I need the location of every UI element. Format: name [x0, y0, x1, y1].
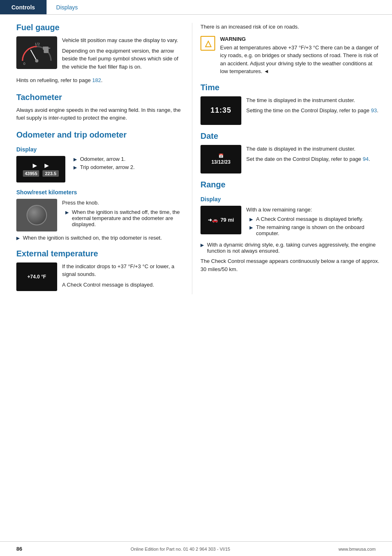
range-display-value: 79 mi	[220, 217, 234, 223]
footer: 86 Online Edition for Part no. 01 40 2 9…	[0, 541, 392, 556]
date-content: 📅 13/12/23 The date is displayed in the …	[200, 145, 380, 173]
odometer-display-content: ▶ ▶ 43955 223.5 ▶ Odometer, arrow 1. ▶	[16, 156, 184, 182]
odometer-display-subheading: Display	[16, 146, 184, 153]
page-number: 86	[16, 546, 22, 552]
date-page-ref[interactable]: 94	[363, 156, 368, 162]
svg-text:0: 0	[23, 62, 25, 66]
showreset-bullet3: ▶ When the ignition is switched off, the…	[62, 209, 184, 227]
date-icon: 📅	[218, 153, 223, 158]
fuel-gauge-text2: Depending on the equipment version, the …	[62, 47, 184, 71]
range-text-intro: With a low remaining range:	[246, 206, 380, 214]
range-display-subheading: Display	[200, 196, 380, 202]
bullet-arrow-icon: ▶	[200, 242, 204, 248]
knob-circle	[27, 205, 47, 225]
range-image: ➜🚗 79 mi	[200, 206, 241, 234]
knob-image	[16, 199, 57, 231]
odometer-heading: Odometer and trip odometer	[16, 130, 184, 140]
bullet-arrow-icon: ▶	[16, 236, 20, 241]
odo-arrow-1: ▶	[33, 162, 37, 169]
svg-rect-3	[43, 47, 44, 50]
fuel-gauge-heading: Fuel gauge	[16, 23, 184, 32]
bullet-arrow-icon: ▶	[65, 210, 69, 215]
controls-tab-label: Controls	[11, 4, 35, 11]
fuel-gauge-image: 0 1/2	[16, 36, 57, 69]
odometer-section: Odometer and trip odometer Display ▶ ▶ 4…	[16, 130, 184, 241]
warning-text: Even at temperatures above +37 °F/+3 °C …	[220, 44, 380, 76]
date-heading: Date	[200, 131, 380, 141]
tab-controls[interactable]: Controls	[0, 0, 47, 14]
tachometer-heading: Tachometer	[16, 93, 184, 102]
temp-warning-intro: There is an increased risk of ice on roa…	[200, 23, 380, 78]
range-bullet1: ▶ A Check Control message is displayed b…	[246, 216, 380, 222]
odometer-bullet1: ▶ Odometer, arrow 1.	[70, 156, 184, 162]
time-page-ref[interactable]: 93	[371, 107, 376, 113]
warning-box: △ WARNING Even at temperatures above +37…	[200, 36, 380, 78]
range-section: Range Display ➜🚗 79 mi With a low remain…	[200, 180, 380, 274]
svg-rect-2	[44, 47, 49, 53]
bullet-arrow-icon: ▶	[249, 217, 253, 222]
warning-icon: △	[200, 36, 215, 51]
date-text2: Set the date on the Control Display, ref…	[246, 155, 380, 163]
showreset-bullet4: ▶ When the ignition is switched on, the …	[16, 235, 184, 241]
warning-title: WARNING	[220, 36, 380, 42]
svg-point-1	[35, 59, 38, 62]
range-bullet2: ▶ The remaining range is shown on the on…	[246, 224, 380, 236]
temp-display-value: +74.0 °F	[27, 274, 46, 280]
fuel-gauge-section: Fuel gauge 0	[16, 23, 184, 85]
time-display-value: 11:35	[210, 106, 231, 115]
time-text2: Setting the time on the Control Display,…	[246, 107, 380, 115]
time-text1: The time is displayed in the instrument …	[246, 96, 380, 105]
range-display-content: ➜🚗 79 mi With a low remaining range: ▶ A…	[200, 206, 380, 239]
date-image: 📅 13/12/23	[200, 145, 241, 173]
time-text: The time is displayed in the instrument …	[246, 96, 380, 125]
time-section: Time 11:35 The time is displayed in the …	[200, 83, 380, 125]
external-temp-section: External temperature +74.0 °F If the ind…	[16, 249, 184, 291]
bullet-arrow-icon: ▶	[74, 157, 77, 162]
svg-text:1/2: 1/2	[35, 42, 40, 46]
fuel-gauge-page-ref[interactable]: 182	[92, 77, 101, 83]
header-tabs: Controls Displays	[0, 0, 392, 15]
svg-line-0	[31, 50, 37, 61]
odometer-image: ▶ ▶ 43955 223.5	[16, 156, 65, 182]
tachometer-text1: Always avoid engine speeds in the red wa…	[16, 106, 184, 122]
showreset-press-knob: Press the knob.	[62, 199, 184, 207]
trip-odometer-value: 223.5	[42, 170, 59, 177]
date-text1: The date is displayed in the instrument …	[246, 145, 380, 153]
bullet-arrow-icon: ▶	[249, 225, 253, 230]
odometer-bullet2: ▶ Trip odometer, arrow 2.	[70, 164, 184, 170]
external-temp-text: If the indicator drops to +37 °F/+3 °C o…	[62, 262, 184, 291]
odo-arrow-2: ▶	[45, 162, 49, 169]
range-heading: Range	[200, 180, 380, 189]
date-text: The date is displayed in the instrument …	[246, 145, 380, 173]
footer-website: www.bmwusa.com	[339, 547, 376, 552]
odometer-value: 43955	[23, 170, 39, 177]
date-section: Date 📅 13/12/23 The date is displayed in…	[200, 131, 380, 173]
time-heading: Time	[200, 83, 380, 92]
tachometer-section: Tachometer Always avoid engine speeds in…	[16, 93, 184, 122]
main-content: Fuel gauge 0	[0, 15, 392, 311]
tab-displays[interactable]: Displays	[47, 0, 88, 14]
temp-image: +74.0 °F	[16, 262, 57, 291]
warning-content: WARNING Even at temperatures above +37 °…	[220, 36, 380, 78]
external-temp-text2: A Check Control message is displayed.	[62, 281, 184, 289]
showreset-text: Press the knob. ▶ When the ignition is s…	[62, 199, 184, 231]
left-column: Fuel gauge 0	[0, 23, 192, 294]
fuel-gauge-text3: Hints on refueling, refer to page 182.	[16, 76, 184, 85]
showreset-content: Press the knob. ▶ When the ignition is s…	[16, 199, 184, 231]
date-display-value: 13/12/23	[212, 159, 231, 165]
bullet-arrow-icon: ▶	[74, 165, 77, 170]
range-text-footer: The Check Control message appears contin…	[200, 257, 380, 273]
fuel-gauge-text1: Vehicle tilt position may cause the disp…	[62, 36, 184, 44]
range-text: With a low remaining range: ▶ A Check Co…	[246, 206, 380, 239]
odometer-bullets: ▶ Odometer, arrow 1. ▶ Trip odometer, ar…	[70, 156, 184, 182]
range-bullet3: ▶ With a dynamic driving style, e.g. tak…	[200, 242, 380, 254]
fuel-gauge-svg: 0 1/2	[18, 38, 55, 67]
range-arrow-icon: ➜🚗	[208, 217, 218, 223]
time-content: 11:35 The time is displayed in the instr…	[200, 96, 380, 125]
fuel-gauge-content: 0 1/2 Vehicle tilt position may cause th…	[16, 36, 184, 73]
footer-text: Online Edition for Part no. 01 40 2 964 …	[131, 547, 230, 552]
showreset-subheading: Show/reset kilometers	[16, 189, 184, 196]
external-temp-content: +74.0 °F If the indicator drops to +37 °…	[16, 262, 184, 291]
right-column: There is an increased risk of ice on roa…	[192, 23, 392, 294]
external-temp-heading: External temperature	[16, 249, 184, 258]
